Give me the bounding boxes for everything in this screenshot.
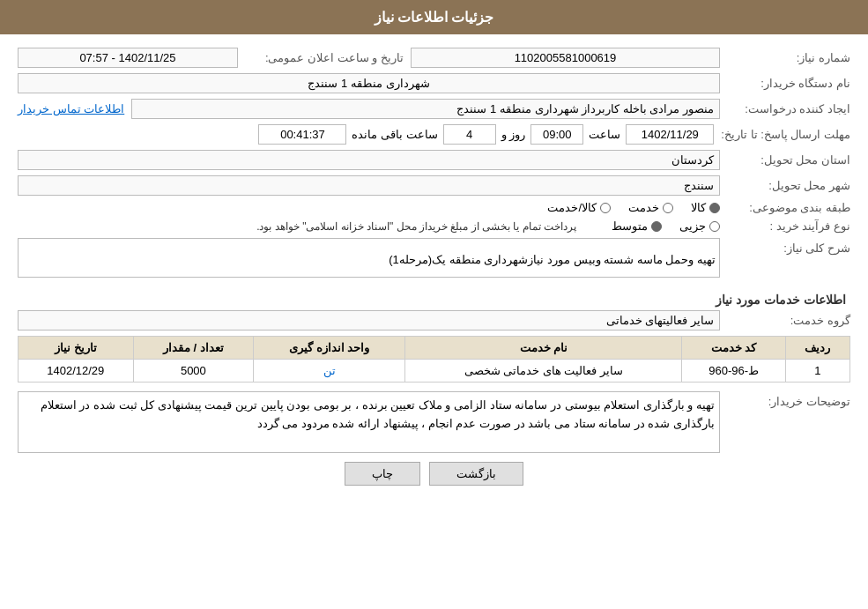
remaining-time: 00:41:37 <box>258 124 346 145</box>
buyer-org-row: نام دستگاه خریدار: شهرداری منطقه 1 سنندج <box>18 73 850 93</box>
buyer-org-label: نام دستگاه خریدار: <box>727 77 850 90</box>
process-radio-group: جزیی متوسط پرداخت تمام یا بخشی از مبلغ خ… <box>18 219 720 233</box>
main-content: شماره نیاز: 1102005581000619 تاریخ و ساع… <box>0 34 868 508</box>
col-header-code: کد خدمت <box>682 337 785 360</box>
announcement-date-value: 1402/11/25 - 07:57 <box>18 48 238 68</box>
deadline-days: 4 <box>443 124 496 145</box>
process-mottavasset-label: متوسط <box>612 219 648 233</box>
services-section-title: اطلاعات خدمات مورد نیاز <box>18 286 850 310</box>
category-option-kala: کالا <box>691 201 720 214</box>
buyer-org-value: شهرداری منطقه 1 سنندج <box>18 73 720 93</box>
buyer-notes-row: توضیحات خریدار: تهیه و بارگذاری استعلام … <box>18 391 850 453</box>
row-date: 1402/12/29 <box>19 360 134 382</box>
deadline-row: مهلت ارسال پاسخ: تا تاریخ: 1402/11/29 سا… <box>18 124 850 145</box>
back-button[interactable]: بازگشت <box>429 462 523 486</box>
category-khedmat-label: خدمت <box>628 201 659 214</box>
process-jozi: جزیی <box>679 219 720 233</box>
category-option-kala-khedmat: کالا/خدمت <box>547 201 611 214</box>
deadline-days-label: روز و <box>501 128 526 141</box>
city-row: شهر محل تحویل: سنندج <box>18 175 850 196</box>
creator-label: ایجاد کننده درخواست: <box>727 102 850 115</box>
category-label: طبقه بندی موضوعی: <box>727 201 850 214</box>
deadline-time: 09:00 <box>530 124 583 145</box>
need-number-row: شماره نیاز: 1102005581000619 تاریخ و ساع… <box>18 48 850 68</box>
remaining-label: ساعت باقی مانده <box>352 128 437 141</box>
deadline-fields: 1402/11/29 ساعت 09:00 روز و 4 ساعت باقی … <box>18 124 714 145</box>
process-jozi-radio <box>709 221 720 232</box>
page-title: جزئیات اطلاعات نیاز <box>375 10 494 25</box>
buyer-contact-link[interactable]: اطلاعات تماس خریدار <box>18 102 124 115</box>
need-description-field[interactable] <box>18 238 720 278</box>
need-description-row: شرح کلی نیاز: تهیه وحمل ماسه شسته وبیس م… <box>18 238 850 280</box>
col-header-qty: تعداد / مقدار <box>133 337 254 360</box>
row-name: سایر فعالیت های خدماتی شخصی <box>405 360 682 382</box>
col-header-name: نام خدمت <box>405 337 682 360</box>
service-group-label: گروه خدمت: <box>727 314 850 327</box>
buyer-notes-label: توضیحات خریدار: <box>727 395 850 408</box>
province-value: کردستان <box>18 150 720 170</box>
process-mottavasset: متوسط <box>612 219 662 233</box>
services-table: ردیف کد خدمت نام خدمت واحد اندازه گیری ت… <box>18 336 850 382</box>
category-radio-group: کالا خدمت کالا/خدمت <box>547 201 720 214</box>
category-option-khedmat: خدمت <box>628 201 673 214</box>
page-container: جزئیات اطلاعات نیاز شماره نیاز: 11020055… <box>0 0 868 609</box>
category-kala-radio <box>709 203 720 213</box>
row-unit: تن <box>254 360 405 382</box>
province-label: استان محل تحویل: <box>727 153 850 167</box>
need-description-container: تهیه وحمل ماسه شسته وبیس مورد نیازشهردار… <box>18 238 720 280</box>
row-qty: 5000 <box>133 360 254 382</box>
row-num: 1 <box>785 360 849 382</box>
category-kala-label: کالا <box>691 201 706 214</box>
service-group-row: گروه خدمت: سایر فعالیتهای خدماتی <box>18 310 850 330</box>
buttons-row: بازگشت چاپ <box>18 462 850 486</box>
need-number-value: 1102005581000619 <box>411 48 720 68</box>
category-kala-khedmat-label: کالا/خدمت <box>547 201 597 214</box>
col-header-unit: واحد اندازه گیری <box>254 337 405 360</box>
city-label: شهر محل تحویل: <box>727 179 850 192</box>
page-header: جزئیات اطلاعات نیاز <box>0 0 868 34</box>
process-mottavasset-radio <box>651 221 662 232</box>
category-row: طبقه بندی موضوعی: کالا خدمت کالا/خدمت <box>18 201 850 214</box>
category-kala-khedmat-radio <box>600 203 611 213</box>
deadline-time-label: ساعت <box>589 128 620 141</box>
process-note: پرداخت تمام یا بخشی از مبلغ خریداز محل "… <box>256 220 576 233</box>
table-row: 1 ط-96-960 سایر فعالیت های خدماتی شخصی ت… <box>19 360 850 382</box>
creator-row: ایجاد کننده درخواست: منصور مرادی باخله ک… <box>18 99 850 119</box>
service-group-value: سایر فعالیتهای خدماتی <box>18 310 720 330</box>
process-jozi-label: جزیی <box>679 219 706 233</box>
process-label: نوع فرآیند خرید : <box>727 219 850 233</box>
category-khedmat-radio <box>663 203 673 213</box>
row-code: ط-96-960 <box>682 360 785 382</box>
col-header-date: تاریخ نیاز <box>19 337 134 360</box>
process-row: نوع فرآیند خرید : جزیی متوسط پرداخت تمام… <box>18 219 850 233</box>
city-value: سنندج <box>18 175 720 196</box>
print-button[interactable]: چاپ <box>345 462 420 486</box>
need-description-label: شرح کلی نیاز: <box>727 241 850 255</box>
announcement-date-label: تاریخ و ساعت اعلان عمومی: <box>245 51 404 64</box>
deadline-label: مهلت ارسال پاسخ: تا تاریخ: <box>721 128 850 141</box>
creator-value: منصور مرادی باخله کاربرداز شهرداری منطقه… <box>131 99 720 119</box>
col-header-row: ردیف <box>785 337 849 360</box>
need-number-label: شماره نیاز: <box>727 51 850 64</box>
province-row: استان محل تحویل: کردستان <box>18 150 850 170</box>
deadline-date: 1402/11/29 <box>626 124 714 145</box>
buyer-notes-value: تهیه و بارگذاری استعلام بیوستی در سامانه… <box>18 391 720 453</box>
